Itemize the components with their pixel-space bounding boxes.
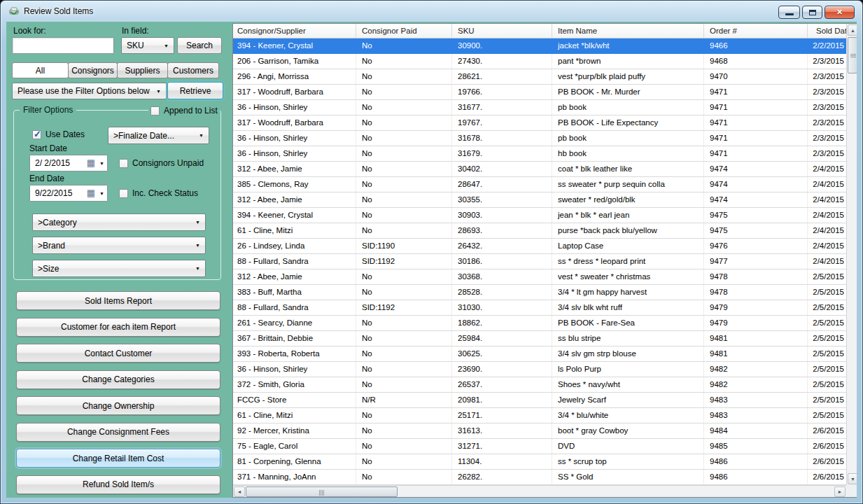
chevron-down-icon[interactable] bbox=[99, 161, 104, 166]
brand-dropdown[interactable]: >Brand bbox=[32, 237, 206, 254]
retrieve-filter-dropdown[interactable]: Please use the Filter Options below bbox=[12, 83, 167, 99]
cell-item: boot * gray Cowboy bbox=[552, 424, 704, 438]
table-row[interactable]: 75 - Eagle, CarolNo31271.DVD94852/6/2015 bbox=[233, 439, 846, 454]
consignors-unpaid: Consignors Unpaid bbox=[119, 158, 204, 168]
action-button-change-consignment-fees[interactable]: Change Consignment Fees bbox=[16, 423, 220, 442]
append-to-list-checkbox[interactable] bbox=[150, 106, 160, 115]
cell-item: pb book bbox=[552, 131, 704, 146]
cell-item: DVD bbox=[552, 439, 704, 454]
use-dates: Use Dates bbox=[32, 130, 85, 139]
calendar-icon[interactable] bbox=[87, 158, 95, 168]
table-row[interactable]: 394 - Keener, CrystalNo30900.jacket *blk… bbox=[233, 38, 846, 54]
action-button-contact-customer[interactable]: Contact Customer bbox=[16, 344, 220, 363]
column-header[interactable]: Consignor Paid bbox=[356, 24, 452, 38]
cell-item: jean * blk * earl jean bbox=[552, 208, 704, 223]
use-dates-checkbox[interactable] bbox=[32, 130, 41, 139]
scroll-right-button[interactable] bbox=[834, 486, 846, 497]
table-row[interactable]: 61 - Cline, MitziNo28693.purse *back pac… bbox=[233, 223, 846, 239]
table-row[interactable]: 92 - Mercer, KristinaNo31613.boot * gray… bbox=[233, 424, 846, 439]
tab-all[interactable]: All bbox=[12, 62, 69, 78]
filter-options-group: Filter Options Append to List Use Dates … bbox=[13, 110, 221, 280]
table-row[interactable]: 371 - Manning, JoAnnNo26282.SS * Gold948… bbox=[233, 470, 846, 485]
tab-customers[interactable]: Customers bbox=[167, 62, 219, 78]
table-row[interactable]: 296 - Angi, MorrissaNo28621.vest *purp/b… bbox=[233, 69, 846, 85]
brand-value: >Brand bbox=[38, 241, 65, 251]
column-header[interactable]: Sold Date bbox=[808, 24, 846, 38]
cell-paid: No bbox=[356, 316, 452, 330]
table-row[interactable]: 372 - Smith, GloriaNo26537.Shoes * navy/… bbox=[233, 377, 846, 393]
table-row[interactable]: 312 - Abee, JamieNo30355.sweater * red/g… bbox=[233, 192, 846, 208]
table-row[interactable]: 36 - Hinson, ShirleyNo31678.pb book94712… bbox=[233, 131, 846, 146]
category-dropdown[interactable]: >Category bbox=[32, 214, 206, 231]
end-date-input[interactable]: 9/22/2015 bbox=[29, 185, 108, 202]
tab-suppliers[interactable]: Suppliers bbox=[117, 62, 168, 78]
date-field-dropdown[interactable]: >Finalize Date... bbox=[108, 127, 209, 144]
append-to-list-label: Append to List bbox=[164, 106, 218, 115]
scroll-down-button[interactable] bbox=[848, 473, 857, 484]
start-date-input[interactable]: 2/ 2/2015 bbox=[29, 155, 108, 172]
table-row[interactable]: 385 - Clemons, RayNo28647.ss sweater * p… bbox=[233, 177, 846, 192]
cell-item: pant *brown bbox=[552, 54, 704, 69]
search-input[interactable] bbox=[12, 37, 114, 54]
table-row[interactable]: 394 - Keener, CrystalNo30903.jean * blk … bbox=[233, 208, 846, 223]
table-row[interactable]: 312 - Abee, JamieNo30402.coat * blk leat… bbox=[233, 162, 846, 177]
calendar-icon[interactable] bbox=[87, 188, 95, 198]
table-row[interactable]: 36 - Hinson, ShirleyNo23690.ls Polo Purp… bbox=[233, 362, 846, 377]
table-row[interactable]: 317 - Woodruff, BarbaraNo19766.PB BOOK -… bbox=[233, 85, 846, 100]
table-row[interactable]: 36 - Hinson, ShirleyNo31677.pb book94712… bbox=[233, 100, 846, 115]
window-controls bbox=[778, 6, 855, 19]
consignors-unpaid-checkbox[interactable] bbox=[119, 159, 128, 168]
table-row[interactable]: 393 - Roberta, RobertaNo30625.3/4 slv gm… bbox=[233, 346, 846, 362]
tab-consignors[interactable]: Consignors bbox=[68, 62, 118, 78]
minimize-button[interactable] bbox=[778, 6, 800, 19]
table-row[interactable]: 206 - Garrison, TamikaNo27430.pant *brow… bbox=[233, 54, 846, 69]
cell-paid: No bbox=[356, 408, 452, 423]
table-row[interactable]: 88 - Fullard, SandraSID:119230186.ss * d… bbox=[233, 254, 846, 270]
scroll-left-button[interactable] bbox=[234, 486, 245, 497]
table-row[interactable]: 367 - Brittain, DebbieNo25984.ss blu str… bbox=[233, 331, 846, 346]
table-row[interactable]: FCCG - StoreN/R20981.Jewelry Scarf94832/… bbox=[233, 393, 846, 408]
cell-date: 2/4/2015 bbox=[808, 177, 846, 192]
action-button-sold-items-report[interactable]: Sold Items Report bbox=[16, 291, 220, 310]
scroll-down-icon bbox=[850, 477, 855, 482]
table-row[interactable]: 312 - Abee, JamieNo30368.vest * sweater … bbox=[233, 270, 846, 285]
table-row[interactable]: 261 - Searcy, DianneNo18862.PB BOOK - Fa… bbox=[233, 316, 846, 331]
chevron-down-icon[interactable] bbox=[99, 191, 104, 196]
size-dropdown[interactable]: >Size bbox=[32, 260, 206, 277]
maximize-button[interactable] bbox=[802, 6, 822, 19]
cell-order: 9466 bbox=[704, 38, 808, 53]
cell-item: ss * dress * leopard print bbox=[552, 254, 704, 269]
action-button-customer-for-each-item-report[interactable]: Customer for each item Report bbox=[16, 318, 220, 337]
vertical-scroll-thumb[interactable] bbox=[848, 37, 857, 74]
titlebar[interactable]: Review Sold Items bbox=[1, 1, 862, 22]
action-button-change-retail-item-cost[interactable]: Change Retail Item Cost bbox=[16, 449, 220, 468]
cell-date: 2/2/2015 bbox=[808, 38, 846, 53]
cell-sku: 30903. bbox=[452, 208, 552, 223]
vertical-scrollbar[interactable] bbox=[846, 24, 857, 485]
table-row[interactable]: 61 - Cline, MitziNo25171.3/4 * blu/white… bbox=[233, 408, 846, 424]
column-header[interactable]: Item Name bbox=[552, 24, 704, 38]
scroll-up-button[interactable] bbox=[848, 24, 857, 36]
table-row[interactable]: 88 - Fullard, SandraSID:119231030.3/4 sl… bbox=[233, 300, 846, 316]
cell-date: 2/4/2015 bbox=[808, 254, 846, 269]
horizontal-scroll-thumb[interactable] bbox=[246, 486, 398, 497]
table-row[interactable]: 26 - Lindsey, LindaSID:119026432.Laptop … bbox=[233, 239, 846, 254]
cell-consignor: FCCG - Store bbox=[233, 393, 356, 407]
in-field-dropdown[interactable]: SKU bbox=[121, 37, 174, 54]
retrieve-button[interactable]: Retrieve bbox=[167, 82, 223, 99]
action-button-change-ownership[interactable]: Change Ownership bbox=[16, 396, 220, 415]
column-header[interactable]: Consignor/Supplier bbox=[233, 24, 356, 38]
column-header[interactable]: SKU bbox=[452, 24, 552, 38]
action-button-refund-sold-item-s[interactable]: Refund Sold Item/s bbox=[16, 475, 220, 494]
search-button[interactable]: Search bbox=[177, 37, 222, 54]
table-row[interactable]: 81 - Corpening, GlennaNo11304.ss * scrup… bbox=[233, 454, 846, 470]
cell-item: SS * Gold bbox=[552, 470, 704, 484]
action-button-change-categories[interactable]: Change Categories bbox=[16, 370, 220, 389]
close-button[interactable] bbox=[825, 6, 855, 19]
table-row[interactable]: 317 - Woodruff, BarbaraNo19767.PB BOOK -… bbox=[233, 115, 846, 131]
column-header[interactable]: Order # bbox=[704, 24, 808, 38]
horizontal-scrollbar[interactable] bbox=[233, 485, 846, 497]
inc-check-status-checkbox[interactable] bbox=[119, 189, 128, 198]
table-row[interactable]: 383 - Buff, MarthaNo28528.3/4 * lt gm ha… bbox=[233, 285, 846, 300]
table-row[interactable]: 36 - Hinson, ShirleyNo31679.hb book94712… bbox=[233, 146, 846, 162]
